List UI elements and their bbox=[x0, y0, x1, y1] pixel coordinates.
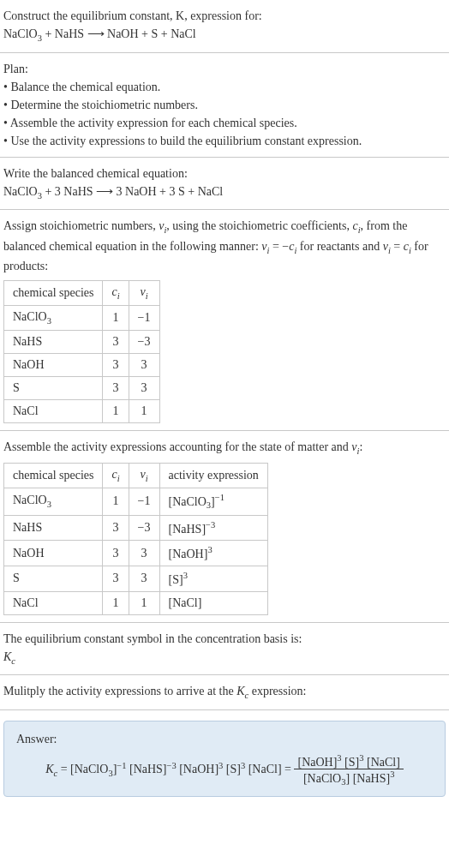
cell: S bbox=[4, 376, 103, 399]
expr: [NaClO bbox=[169, 495, 207, 508]
activity-text: Assemble the activity expressions accoun… bbox=[3, 438, 446, 458]
multiply-text: Mulitply the activity expressions to arr… bbox=[3, 682, 446, 703]
prompt-equation: NaClO3 + NaHS ⟶ NaOH + S + NaCl bbox=[3, 25, 446, 45]
superscript: −3 bbox=[167, 760, 177, 769]
cell: [NaHS]−3 bbox=[159, 515, 267, 541]
subscript: i bbox=[117, 291, 120, 301]
cell: −3 bbox=[129, 515, 159, 541]
eq-part: 3 NaOH + 3 S + NaCl bbox=[113, 185, 223, 198]
expr: [NaOH] bbox=[177, 763, 219, 775]
fraction: [NaOH]3 [S]3 [NaCl][NaClO3] [NaHS]3 bbox=[294, 753, 403, 787]
table-row: NaClO31−1 bbox=[4, 305, 160, 330]
cell: 1 bbox=[103, 399, 129, 422]
expr: [NaCl] bbox=[363, 755, 399, 768]
text: = − bbox=[269, 240, 289, 253]
eq-part: NaOH + S + NaCl bbox=[105, 27, 196, 40]
cell: 1 bbox=[129, 399, 159, 422]
table-row: S33 bbox=[4, 376, 160, 399]
text: for reactants and bbox=[296, 240, 382, 253]
answer-box: Answer: Kc = [NaClO3]−1 [NaHS]−3 [NaOH]3… bbox=[3, 721, 446, 797]
table-header-row: chemical species ci νi bbox=[4, 281, 160, 306]
answer-section: Answer: Kc = [NaClO3]−1 [NaHS]−3 [NaOH]3… bbox=[0, 710, 449, 804]
subscript: i bbox=[146, 291, 148, 301]
cell: 1 bbox=[103, 488, 129, 515]
cell: −1 bbox=[129, 488, 159, 515]
cell: [NaOH]3 bbox=[159, 541, 267, 566]
text: Mulitply the activity expressions to arr… bbox=[3, 685, 236, 697]
text: : bbox=[359, 440, 362, 453]
superscript: 3 bbox=[390, 769, 394, 779]
cell: 3 bbox=[129, 541, 159, 566]
subscript: i bbox=[117, 474, 120, 483]
cell: 3 bbox=[103, 353, 129, 376]
cell: [S]3 bbox=[159, 566, 267, 591]
activity-table: chemical species ci νi activity expressi… bbox=[3, 463, 268, 614]
cell: NaCl bbox=[4, 591, 103, 614]
prompt-text: Construct the equilibrium constant, K, e… bbox=[3, 9, 262, 22]
expr: [NaClO bbox=[303, 772, 341, 785]
superscript: −3 bbox=[206, 520, 215, 530]
cell: 3 bbox=[129, 353, 159, 376]
cell: 1 bbox=[129, 591, 159, 614]
answer-formula: Kc = [NaClO3]−1 [NaHS]−3 [NaOH]3 [S]3 [N… bbox=[16, 753, 433, 787]
col-species: chemical species bbox=[4, 464, 103, 488]
balanced-section: Write the balanced chemical equation: Na… bbox=[0, 158, 449, 211]
cell: −3 bbox=[129, 330, 159, 353]
stoichiometric-section: Assign stoichiometric numbers, νi, using… bbox=[0, 210, 449, 431]
subscript: c bbox=[11, 655, 15, 665]
cell: S bbox=[4, 566, 103, 591]
cell: NaOH bbox=[4, 353, 103, 376]
col-activity: activity expression bbox=[159, 464, 267, 488]
text: = bbox=[391, 240, 404, 253]
plan-bullet: • Use the activity expressions to build … bbox=[3, 132, 446, 150]
numerator: [NaOH]3 [S]3 [NaCl] bbox=[294, 753, 403, 770]
text: Assign stoichiometric numbers, bbox=[3, 219, 159, 232]
cell: 3 bbox=[103, 376, 129, 399]
cell: 3 bbox=[103, 541, 129, 566]
plan-bullet: • Determine the stoichiometric numbers. bbox=[3, 96, 446, 114]
cell: 3 bbox=[103, 566, 129, 591]
cell: NaHS bbox=[4, 330, 103, 353]
kc-label: The equilibrium constant symbol in the c… bbox=[3, 630, 446, 648]
plan-bullet: • Balance the chemical equation. bbox=[3, 78, 446, 96]
eq-part: NaClO bbox=[3, 27, 38, 40]
cell: NaClO3 bbox=[4, 305, 103, 330]
balanced-equation: NaClO3 + 3 NaHS ⟶ 3 NaOH + 3 S + NaCl bbox=[3, 183, 446, 203]
arrow-icon: ⟶ bbox=[96, 183, 113, 201]
cell: 1 bbox=[103, 305, 129, 330]
eq-part: + NaHS bbox=[42, 27, 87, 40]
expr: [NaHS] bbox=[169, 522, 207, 535]
subscript: 3 bbox=[47, 500, 51, 509]
cell: NaHS bbox=[4, 515, 103, 541]
eq-part: + 3 NaHS bbox=[42, 185, 96, 198]
table-row: NaOH33 bbox=[4, 353, 160, 376]
cell: −1 bbox=[129, 305, 159, 330]
multiply-section: Mulitply the activity expressions to arr… bbox=[0, 675, 449, 710]
table-row: NaHS3−3[NaHS]−3 bbox=[4, 515, 268, 541]
expr: [S] bbox=[169, 573, 183, 586]
expr: [NaHS] bbox=[126, 763, 166, 775]
prompt-section: Construct the equilibrium constant, K, e… bbox=[0, 0, 449, 53]
plan-title: Plan: bbox=[3, 60, 446, 78]
stoich-text: Assign stoichiometric numbers, νi, using… bbox=[3, 217, 446, 275]
expr: [S] bbox=[342, 755, 360, 768]
col-ci: ci bbox=[103, 464, 129, 488]
expr: [NaOH] bbox=[169, 548, 208, 560]
cell: 1 bbox=[103, 591, 129, 614]
plan-section: Plan: • Balance the chemical equation. •… bbox=[0, 53, 449, 158]
superscript: −1 bbox=[215, 493, 224, 502]
cell: [NaClO3]−1 bbox=[159, 488, 267, 515]
prompt-line1: Construct the equilibrium constant, K, e… bbox=[3, 7, 446, 25]
cell: NaClO3 bbox=[4, 488, 103, 515]
arrow-icon: ⟶ bbox=[87, 25, 105, 43]
superscript: 3 bbox=[207, 545, 212, 554]
expr: = [NaClO bbox=[57, 763, 108, 775]
expr: ] [NaHS] bbox=[345, 772, 390, 785]
cell: 3 bbox=[103, 515, 129, 541]
cell: 3 bbox=[129, 376, 159, 399]
species: NaClO bbox=[13, 494, 47, 506]
subscript: 3 bbox=[47, 316, 51, 326]
eq-part: NaClO bbox=[3, 185, 38, 198]
table-row: S33[S]3 bbox=[4, 566, 268, 591]
stoich-table: chemical species ci νi NaClO31−1 NaHS3−3… bbox=[3, 280, 160, 423]
